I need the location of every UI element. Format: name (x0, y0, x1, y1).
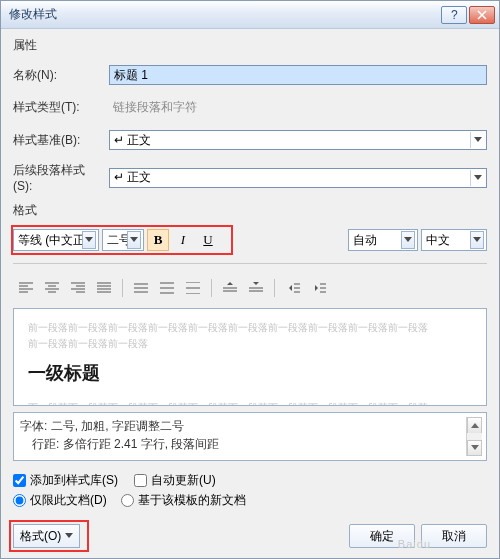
svg-marker-3 (474, 137, 482, 142)
format-label: 格式 (13, 202, 487, 219)
svg-marker-6 (130, 237, 138, 242)
scroll-up-button[interactable] (467, 417, 482, 433)
chevron-down-icon (470, 132, 484, 148)
format-dropdown-button[interactable]: 格式(O) (13, 524, 80, 548)
align-left-button[interactable] (15, 278, 37, 298)
add-to-gallery-label: 添加到样式库(S) (30, 472, 118, 489)
svg-marker-49 (471, 445, 479, 450)
space-before-inc-button[interactable] (219, 278, 241, 298)
chevron-down-icon (470, 231, 484, 249)
indent-dec-button[interactable] (282, 278, 304, 298)
font-color-select[interactable]: 自动 (348, 229, 418, 251)
line-spacing-1-button[interactable] (130, 278, 152, 298)
svg-marker-48 (471, 423, 479, 428)
svg-marker-44 (315, 285, 318, 291)
properties-label: 属性 (13, 37, 487, 54)
align-center-button[interactable] (41, 278, 63, 298)
preview-heading: 一级标题 (28, 361, 472, 385)
svg-text:?: ? (451, 10, 458, 20)
font-select[interactable]: 等线 (中文正文) (13, 229, 99, 251)
cancel-button[interactable]: 取消 (421, 524, 487, 548)
following-dropdown[interactable]: ↵ 正文 (109, 168, 487, 188)
modify-style-dialog: 修改样式 ? 属性 名称(N): 样式类型(T): 链接段落和字符 样式基准(B… (0, 0, 500, 559)
svg-marker-40 (289, 285, 292, 291)
add-to-gallery-checkbox[interactable] (13, 474, 26, 487)
chevron-down-icon (127, 231, 141, 249)
help-button[interactable]: ? (441, 6, 467, 24)
window-title: 修改样式 (9, 6, 441, 23)
description-box: 字体: 二号, 加粗, 字距调整二号 行距: 多倍行距 2.41 字行, 段落间… (13, 412, 487, 461)
svg-marker-8 (473, 237, 481, 242)
dialog-content: 属性 名称(N): 样式类型(T): 链接段落和字符 样式基准(B): ↵ 正文… (1, 29, 499, 558)
scroll-track[interactable] (467, 433, 482, 440)
chevron-down-icon (470, 170, 484, 186)
name-label: 名称(N): (13, 67, 103, 84)
auto-update-checkbox[interactable] (134, 474, 147, 487)
separator (13, 263, 487, 264)
line-spacing-2-button[interactable] (182, 278, 204, 298)
preview-dummy-text: 下一段落下一段落下一段落下一段落下一段落下一段落下一段落下一段落下一段落下一段落 (28, 401, 472, 406)
svg-marker-7 (404, 237, 412, 242)
ok-button[interactable]: 确定 (349, 524, 415, 548)
bold-button[interactable]: B (147, 229, 169, 251)
auto-update-label: 自动更新(U) (151, 472, 216, 489)
this-doc-radio[interactable] (13, 494, 26, 507)
chevron-down-icon (82, 231, 96, 249)
svg-marker-50 (65, 533, 73, 538)
script-select[interactable]: 中文 (421, 229, 487, 251)
scrollbar[interactable] (466, 417, 482, 456)
align-justify-button[interactable] (93, 278, 115, 298)
paragraph-toolbar (13, 274, 487, 302)
style-type-label: 样式类型(T): (13, 99, 103, 116)
preview-pane: 前一段落前一段落前一段落前一段落前一段落前一段落前一段落前一段落前一段落前一段落… (13, 308, 487, 406)
svg-marker-37 (253, 282, 259, 285)
based-on-label: 样式基准(B): (13, 132, 103, 149)
format-toolbar: 等线 (中文正文) 二号 B I U 自动 中文 (13, 227, 487, 253)
based-on-dropdown[interactable]: ↵ 正文 (109, 130, 487, 150)
svg-marker-4 (474, 175, 482, 180)
window-buttons: ? (441, 6, 495, 24)
name-input[interactable] (109, 65, 487, 85)
template-docs-radio[interactable] (121, 494, 134, 507)
font-size-select[interactable]: 二号 (102, 229, 144, 251)
align-right-button[interactable] (67, 278, 89, 298)
chevron-down-icon (401, 231, 415, 249)
svg-marker-34 (227, 282, 233, 285)
titlebar: 修改样式 ? (1, 1, 499, 29)
italic-button[interactable]: I (172, 229, 194, 251)
underline-button[interactable]: U (197, 229, 219, 251)
chevron-down-icon (65, 533, 73, 539)
style-type-value: 链接段落和字符 (109, 97, 487, 118)
template-docs-label: 基于该模板的新文档 (138, 492, 246, 509)
indent-inc-button[interactable] (308, 278, 330, 298)
line-spacing-15-button[interactable] (156, 278, 178, 298)
description-text: 字体: 二号, 加粗, 字距调整二号 行距: 多倍行距 2.41 字行, 段落间… (20, 417, 466, 456)
following-label: 后续段落样式(S): (13, 162, 103, 193)
svg-marker-5 (85, 237, 93, 242)
scroll-down-button[interactable] (467, 440, 482, 456)
space-before-dec-button[interactable] (245, 278, 267, 298)
preview-dummy-text: 前一段落前一段落前一段落 (28, 337, 472, 351)
preview-dummy-text: 前一段落前一段落前一段落前一段落前一段落前一段落前一段落前一段落前一段落前一段落 (28, 321, 472, 335)
this-doc-label: 仅限此文档(D) (30, 492, 107, 509)
close-button[interactable] (469, 6, 495, 24)
